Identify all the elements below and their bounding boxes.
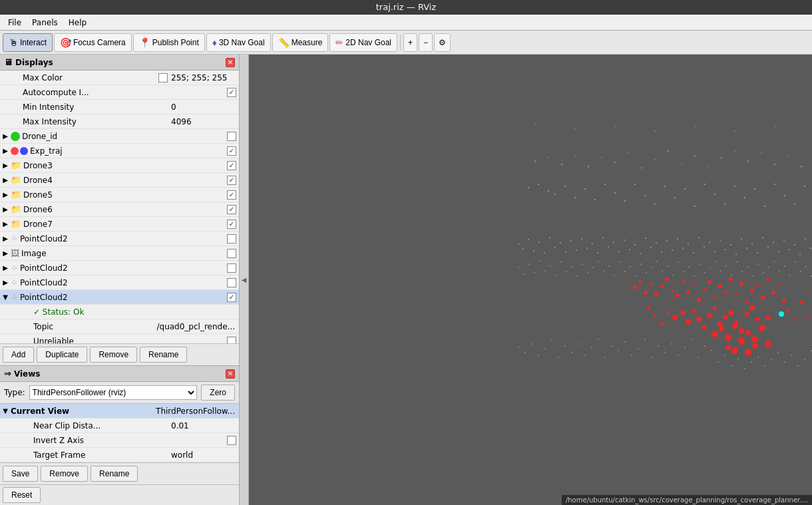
drone6-expand[interactable]: ▶ [1, 206, 9, 214]
zoom-out-button[interactable]: − [419, 33, 433, 52]
drone3-row[interactable]: ▶ 📁 Drone3 [0, 158, 239, 173]
svg-point-138 [757, 252, 758, 253]
image-expand[interactable]: ▶ [1, 250, 9, 257]
zoom-in-button[interactable]: + [403, 33, 417, 52]
svg-point-17 [684, 188, 686, 190]
current-view-row[interactable]: ▼ Current View ThirdPersonFollow... [0, 404, 239, 419]
measure-button[interactable]: 📏 Measure [272, 33, 329, 52]
unreliable-checkbox[interactable] [227, 337, 236, 344]
min-intensity-row[interactable]: ▶ Min Intensity 0 [0, 100, 239, 114]
views-close-button[interactable]: ✕ [226, 369, 235, 379]
viewport-status-text: /home/ubuntu/catkin_ws/src/coverage_plan… [566, 496, 808, 504]
image-row[interactable]: ▶ 🖼 Image [0, 246, 239, 261]
pointcloud2-c-row[interactable]: ▶ ⁘ PointCloud2 [0, 275, 239, 290]
svg-point-128 [704, 246, 705, 248]
svg-point-348 [800, 301, 803, 304]
svg-point-446 [534, 124, 536, 126]
svg-point-320 [767, 278, 770, 281]
svg-rect-0 [249, 55, 812, 505]
svg-point-354 [732, 323, 737, 329]
focus-camera-button[interactable]: 🎯 Focus Camera [54, 33, 132, 52]
plus-icon: + [408, 38, 413, 47]
rename-button[interactable]: Rename [140, 347, 187, 363]
pc2a-expand[interactable]: ▶ [1, 235, 9, 243]
svg-point-103 [570, 240, 572, 242]
views-type-select[interactable]: ThirdPersonFollower (rviz) [29, 385, 198, 400]
views-zero-button[interactable]: Zero [201, 385, 235, 401]
svg-point-119 [656, 242, 657, 244]
svg-point-356 [745, 330, 751, 335]
drone-id-checkbox[interactable] [227, 132, 236, 141]
settings-button[interactable]: ⚙ [434, 33, 451, 52]
duplicate-button[interactable]: Duplicate [37, 347, 87, 363]
drone6-row[interactable]: ▶ 📁 Drone6 [0, 202, 239, 217]
pc2d-expand[interactable]: ▼ [1, 293, 9, 301]
pc2b-expand[interactable]: ▶ [1, 264, 9, 272]
svg-point-385 [651, 357, 652, 358]
max-intensity-row[interactable]: ▶ Max Intensity 4096 [0, 114, 239, 129]
drone3-expand[interactable]: ▶ [1, 162, 9, 170]
pointcloud2-b-row[interactable]: ▶ ⁘ PointCloud2 [0, 261, 239, 275]
image-checkbox[interactable] [227, 249, 236, 258]
pc2d-checkbox[interactable] [227, 293, 236, 302]
unreliable-row[interactable]: ▶ Unreliable [0, 334, 239, 343]
drone4-expand[interactable]: ▶ [1, 176, 9, 184]
views-rename-button[interactable]: Rename [91, 466, 138, 482]
collapse-arrow-icon: ◀ [242, 276, 247, 283]
drone-id-row[interactable]: ▶ Drone_id [0, 129, 239, 144]
interact-button[interactable]: 🖱 Interact [3, 33, 53, 52]
topic-row[interactable]: ▶ Topic /quad0_pcl_rende... [0, 319, 239, 334]
autocompute-checkbox[interactable] [227, 88, 236, 97]
viewport[interactable]: /home/ubuntu/catkin_ws/src/coverage_plan… [249, 55, 812, 505]
remove-button[interactable]: Remove [90, 347, 137, 363]
views-save-button[interactable]: Save [3, 466, 38, 482]
drone-id-expand[interactable]: ▶ [1, 132, 9, 140]
max-color-row[interactable]: ▶ Max Color 255; 255; 255 [0, 71, 239, 85]
pc2a-checkbox[interactable] [227, 234, 236, 244]
autocompute-row[interactable]: ▶ Autocompute I... [0, 85, 239, 100]
pc2c-checkbox[interactable] [227, 278, 236, 287]
near-clip-row[interactable]: ▶ Near Clip Dista... 0.01 [0, 419, 239, 433]
exp-traj-checkbox[interactable] [227, 146, 236, 156]
drone3-folder-icon: 📁 [11, 160, 21, 170]
drone5-row[interactable]: ▶ 📁 Drone5 [0, 188, 239, 202]
svg-point-129 [709, 242, 710, 243]
svg-point-205 [576, 275, 578, 277]
current-view-expand[interactable]: ▼ [1, 407, 9, 415]
exp-traj-row[interactable]: ▶ Exp_traj [0, 144, 239, 158]
pointcloud2-d-row[interactable]: ▼ ⁘ PointCloud2 [0, 290, 239, 305]
menu-file[interactable]: File [3, 17, 27, 29]
pointcloud2-a-row[interactable]: ▶ ⁘ PointCloud2 [0, 232, 239, 246]
drone5-checkbox[interactable] [227, 190, 236, 200]
exp-traj-expand[interactable]: ▶ [1, 147, 9, 155]
drone7-expand[interactable]: ▶ [1, 220, 9, 228]
menu-help[interactable]: Help [63, 17, 92, 29]
invert-z-checkbox[interactable] [227, 436, 236, 445]
svg-point-327 [692, 309, 696, 313]
pc2b-checkbox[interactable] [227, 263, 236, 273]
pc2c-expand[interactable]: ▶ [1, 279, 9, 287]
views-remove-button[interactable]: Remove [41, 466, 88, 482]
drone4-row[interactable]: ▶ 📁 Drone4 [0, 173, 239, 188]
drone4-checkbox[interactable] [227, 176, 236, 185]
publish-point-button[interactable]: 📍 Publish Point [133, 33, 205, 52]
menu-panels[interactable]: Panels [27, 17, 63, 29]
add-button[interactable]: Add [3, 347, 34, 363]
drone6-checkbox[interactable] [227, 205, 236, 214]
svg-point-133 [730, 244, 731, 246]
invert-z-row[interactable]: ▶ Invert Z Axis [0, 433, 239, 448]
target-frame-row[interactable]: ▶ Target Frame world [0, 448, 239, 462]
drone3-checkbox[interactable] [227, 161, 236, 170]
displays-close-button[interactable]: ✕ [226, 58, 235, 67]
panel-collapse-button[interactable]: ◀ [240, 55, 249, 505]
3d-nav-goal-button[interactable]: ♦ 3D Nav Goal [206, 33, 271, 52]
drone7-row[interactable]: ▶ 📁 Drone7 [0, 217, 239, 232]
max-color-swatch[interactable] [158, 73, 168, 83]
drone5-expand[interactable]: ▶ [1, 191, 9, 199]
drone7-checkbox[interactable] [227, 220, 236, 229]
svg-point-139 [762, 237, 763, 238]
reset-button[interactable]: Reset [3, 487, 41, 503]
displays-tree[interactable]: ▶ Max Color 255; 255; 255 ▶ Autocompute … [0, 71, 239, 343]
status-ok-row[interactable]: ▶ ✓ Status: Ok [0, 305, 239, 319]
2d-nav-goal-button[interactable]: ✏ 2D Nav Goal [329, 33, 397, 52]
